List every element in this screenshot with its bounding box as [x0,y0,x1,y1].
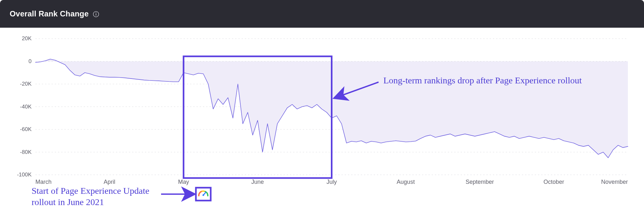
x-tick-label: September [466,179,494,185]
svg-rect-2 [96,14,96,16]
y-tick-label: 20K [22,35,32,42]
x-tick-label: October [543,179,564,185]
x-tick-label: July [326,179,337,185]
y-tick-label: -60K [20,126,32,132]
x-tick-label: May [178,179,189,185]
event-marker-box[interactable] [196,188,211,201]
y-tick-label: -80K [20,149,32,155]
y-tick-label: -20K [20,81,32,87]
svg-point-1 [96,13,97,14]
svg-point-12 [202,194,204,196]
rank-change-chart[interactable]: 20K0-20K-40K-60K-80K-100KMarchAprilMayJu… [13,32,631,204]
y-tick-label: -40K [20,104,32,110]
x-tick-label: June [251,179,264,185]
x-tick-label: August [397,179,415,185]
chart-area: 20K0-20K-40K-60K-80K-100KMarchAprilMayJu… [13,32,631,204]
page-title: Overall Rank Change [10,9,89,18]
annotation-longterm-drop: Long-term rankings drop after Page Exper… [383,75,582,86]
x-tick-label: November [601,179,628,185]
page-header: Overall Rank Change [0,0,644,28]
x-tick-label: April [104,179,115,185]
x-tick-label: March [35,179,52,185]
y-tick-label: 0 [29,58,32,64]
annotation-rollout-start: Start of Page Experience Update rollout … [32,185,170,207]
y-tick-label: -100K [17,172,32,178]
info-icon[interactable] [92,11,100,18]
